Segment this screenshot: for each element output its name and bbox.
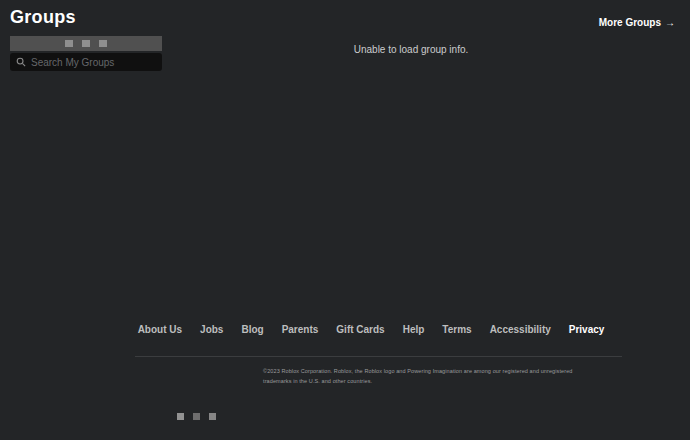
footer-link-blog[interactable]: Blog xyxy=(241,324,263,335)
footer-link-accessibility[interactable]: Accessibility xyxy=(490,324,551,335)
footer-link-terms[interactable]: Terms xyxy=(442,324,471,335)
footer-link-help[interactable]: Help xyxy=(403,324,425,335)
footer-nav: About Us Jobs Blog Parents Gift Cards He… xyxy=(138,324,605,335)
search-input[interactable] xyxy=(31,57,156,68)
group-tabs-placeholder xyxy=(10,36,162,51)
more-groups-label: More Groups xyxy=(599,17,661,28)
footer-link-jobs[interactable]: Jobs xyxy=(200,324,223,335)
page-title: Groups xyxy=(10,7,76,28)
footer-link-about-us[interactable]: About Us xyxy=(138,324,182,335)
social-placeholder-icon[interactable] xyxy=(209,413,216,420)
footer-social-placeholders xyxy=(177,413,216,420)
arrow-right-icon: → xyxy=(665,17,675,28)
footer-link-privacy[interactable]: Privacy xyxy=(569,324,605,335)
copyright-text: ©2023 Roblox Corporation. Roblox, the Ro… xyxy=(263,366,597,386)
search-icon xyxy=(16,57,26,67)
group-tab-placeholder-icon[interactable] xyxy=(99,40,107,47)
footer-divider xyxy=(135,356,622,357)
footer-link-gift-cards[interactable]: Gift Cards xyxy=(336,324,384,335)
error-message: Unable to load group info. xyxy=(354,44,469,55)
search-my-groups-box xyxy=(10,53,162,71)
group-tab-placeholder-icon[interactable] xyxy=(65,40,73,47)
more-groups-link[interactable]: More Groups → xyxy=(599,17,675,28)
social-placeholder-icon[interactable] xyxy=(193,413,200,420)
social-placeholder-icon[interactable] xyxy=(177,413,184,420)
groups-page: Groups More Groups → Unable to load grou… xyxy=(0,0,690,440)
footer-link-parents[interactable]: Parents xyxy=(282,324,319,335)
group-tab-placeholder-icon[interactable] xyxy=(82,40,90,47)
